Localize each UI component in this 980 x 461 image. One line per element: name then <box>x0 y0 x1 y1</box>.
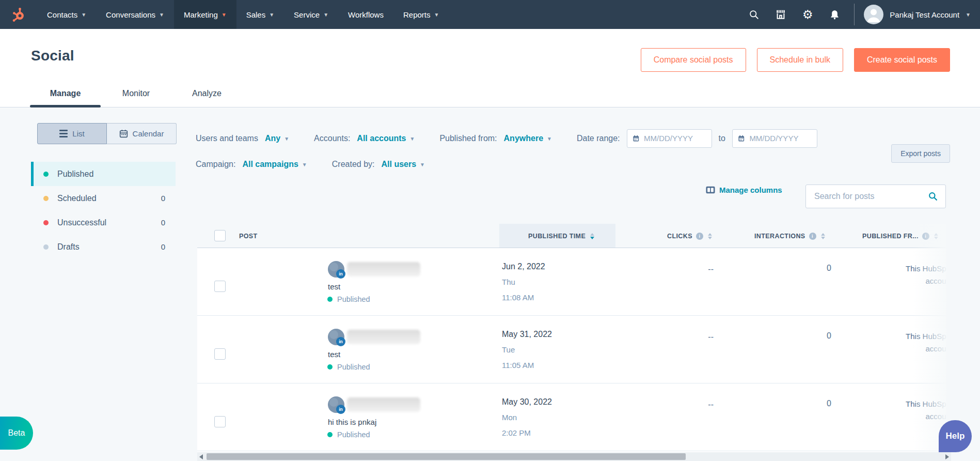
search-posts-input[interactable] <box>814 192 928 201</box>
column-header-published-from[interactable]: PUBLISHED FR... <box>862 224 938 248</box>
sort-icon[interactable] <box>933 233 938 239</box>
status-label: Published <box>337 295 370 303</box>
search-icon[interactable] <box>740 0 767 29</box>
horizontal-scrollbar[interactable] <box>197 452 951 461</box>
table-header-row: POST PUBLISHED TIME CLICKS INTERACTIONS … <box>197 224 946 248</box>
compare-social-posts-button[interactable]: Compare social posts <box>641 48 746 72</box>
date-start-field[interactable] <box>627 129 712 148</box>
account-menu[interactable]: Pankaj Test Account ▼ <box>861 5 971 24</box>
info-icon[interactable] <box>809 233 816 240</box>
nav-item-service[interactable]: Service▼ <box>284 0 338 29</box>
bell-icon[interactable] <box>821 0 848 29</box>
clicks-cell: -- <box>662 332 714 342</box>
status-filter-list: Published Scheduled 0 Unsuccessful 0 Dra… <box>31 162 176 259</box>
published-time-cell: May 31, 2022 Tue 11:05 AM <box>502 330 552 376</box>
row-checkbox[interactable] <box>214 416 226 427</box>
manage-columns-button[interactable]: Manage columns <box>706 186 782 194</box>
scroll-left-arrow-icon[interactable] <box>199 454 203 459</box>
select-all-checkbox[interactable] <box>214 230 226 241</box>
post-date: May 30, 2022 <box>502 397 552 413</box>
gear-icon[interactable]: ⚙ <box>794 0 821 29</box>
nav-label: Sales <box>246 10 266 19</box>
created-by-label: Created by: <box>332 160 375 169</box>
schedule-in-bulk-button[interactable]: Schedule in bulk <box>757 48 843 72</box>
published-dot-icon <box>327 432 333 437</box>
status-item-unsuccessful[interactable]: Unsuccessful 0 <box>31 210 176 235</box>
help-button[interactable]: Help <box>939 420 972 452</box>
calendar-view-button[interactable]: Calendar <box>107 123 177 144</box>
top-navigation: Contacts▼ Conversations▼ Marketing▼ Sale… <box>0 0 980 29</box>
date-start-input[interactable] <box>644 134 706 143</box>
redacted-account-name <box>347 330 420 344</box>
chevron-down-icon: ▼ <box>434 11 439 18</box>
accounts-dropdown[interactable]: All accounts▼ <box>357 134 415 143</box>
sort-icon[interactable] <box>589 233 594 239</box>
nav-item-conversations[interactable]: Conversations▼ <box>96 0 174 29</box>
nav-item-contacts[interactable]: Contacts▼ <box>37 0 96 29</box>
post-status: Published <box>327 295 370 303</box>
campaign-value: All campaigns <box>242 160 298 169</box>
post-text[interactable]: test <box>328 350 340 359</box>
sort-icon[interactable] <box>820 233 825 239</box>
main-content: List Calendar Published <box>0 108 980 461</box>
nav-divider <box>854 4 855 25</box>
users-teams-dropdown[interactable]: Any▼ <box>265 134 289 143</box>
published-from-cell: This HubSpot account <box>884 263 946 287</box>
scroll-right-arrow-icon[interactable] <box>945 454 949 459</box>
chevron-down-icon: ▼ <box>966 11 971 18</box>
nav-item-workflows[interactable]: Workflows <box>338 0 393 29</box>
published-from-dropdown[interactable]: Anywhere▼ <box>504 134 552 143</box>
tab-monitor[interactable]: Monitor <box>101 83 171 107</box>
hubspot-logo[interactable] <box>0 7 37 22</box>
status-label: Published <box>337 363 370 371</box>
post-time: 2:02 PM <box>502 428 552 444</box>
scrollbar-thumb[interactable] <box>207 453 686 460</box>
filter-row-2: Campaign: All campaigns▼ Created by: All… <box>196 155 817 174</box>
search-icon[interactable] <box>928 191 938 202</box>
status-item-published[interactable]: Published <box>31 162 176 186</box>
column-label: CLICKS <box>667 233 692 240</box>
published-dot-icon <box>327 364 333 370</box>
tab-analyze[interactable]: Analyze <box>171 83 242 107</box>
status-count: 0 <box>161 194 165 203</box>
tab-manage[interactable]: Manage <box>30 83 101 107</box>
chevron-down-icon: ▼ <box>547 135 552 142</box>
status-label: Unsuccessful <box>57 218 106 227</box>
published-time-cell: May 30, 2022 Mon 2:02 PM <box>502 397 552 444</box>
status-count: 0 <box>161 218 165 227</box>
info-icon[interactable] <box>696 233 703 240</box>
status-count: 0 <box>161 242 165 251</box>
nav-item-marketing[interactable]: Marketing▼ <box>174 0 236 29</box>
published-from-filter: Published from: Anywhere▼ <box>439 134 552 143</box>
status-label: Published <box>337 431 370 439</box>
column-header-interactions[interactable]: INTERACTIONS <box>754 224 825 248</box>
chevron-down-icon: ▼ <box>222 11 227 18</box>
info-icon[interactable] <box>922 233 929 240</box>
nav-item-reports[interactable]: Reports▼ <box>393 0 449 29</box>
create-social-posts-button[interactable]: Create social posts <box>854 48 950 72</box>
page-header: Social Compare social posts Schedule in … <box>0 29 980 107</box>
created-by-dropdown[interactable]: All users▼ <box>381 160 425 169</box>
post-time: 11:05 AM <box>502 361 552 376</box>
nav-item-sales[interactable]: Sales▼ <box>236 0 284 29</box>
page-title: Social <box>31 48 74 64</box>
list-view-button[interactable]: List <box>37 123 107 144</box>
beta-badge: Beta <box>0 417 33 450</box>
date-end-input[interactable] <box>749 134 812 143</box>
status-label: Drafts <box>57 242 80 252</box>
campaign-dropdown[interactable]: All campaigns▼ <box>242 160 307 169</box>
status-item-scheduled[interactable]: Scheduled 0 <box>31 186 176 210</box>
row-checkbox[interactable] <box>214 281 226 292</box>
export-posts-button[interactable]: Export posts <box>891 144 950 163</box>
published-from-cell: This HubSpot account <box>884 398 946 423</box>
date-range-label: Date range: <box>577 134 620 143</box>
date-end-field[interactable] <box>732 129 817 148</box>
post-text[interactable]: test <box>328 282 340 291</box>
status-item-drafts[interactable]: Drafts 0 <box>31 235 176 259</box>
column-header-published-time[interactable]: PUBLISHED TIME <box>528 224 594 248</box>
sort-icon[interactable] <box>707 233 712 239</box>
column-header-clicks[interactable]: CLICKS <box>667 224 712 248</box>
post-text[interactable]: hi this is pnkaj <box>328 418 376 426</box>
row-checkbox[interactable] <box>214 348 226 360</box>
marketplace-icon[interactable] <box>767 0 794 29</box>
